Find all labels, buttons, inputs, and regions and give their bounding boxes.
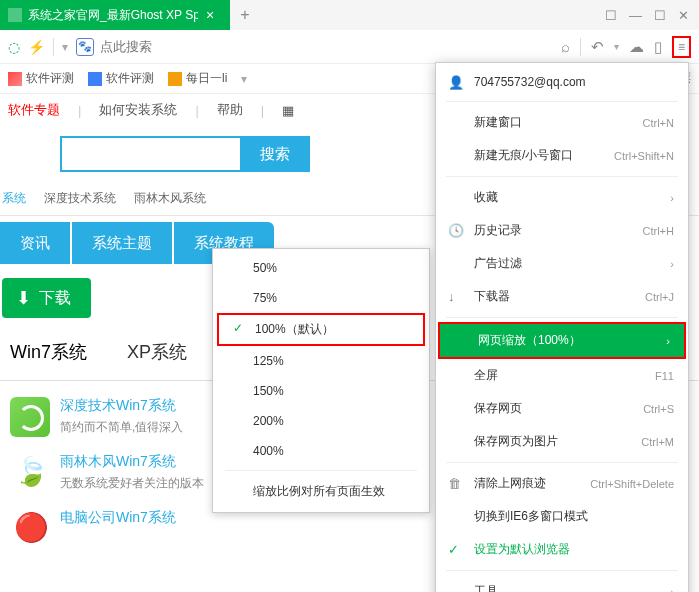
download-label: 下载 (39, 288, 71, 309)
zoom-option-400[interactable]: 400% (213, 436, 429, 466)
menu-label: 全屏 (474, 367, 498, 384)
nav-hot[interactable]: 软件专题 (8, 101, 60, 119)
zoom-option-75[interactable]: 75% (213, 283, 429, 313)
menu-label: 切换到IE6多窗口模式 (474, 508, 588, 525)
menu-label: 新建无痕/小号窗口 (474, 147, 573, 164)
site-search-button[interactable]: 搜索 (240, 136, 310, 172)
site-search-input[interactable] (60, 136, 240, 172)
bookmark-chevron-icon[interactable]: ▾ (241, 72, 247, 86)
search-icon[interactable]: ⌕ (561, 38, 570, 55)
menu-tools[interactable]: 工具› (436, 575, 688, 592)
download-button[interactable]: ⬇ 下载 (2, 278, 91, 318)
menu-shortcut: F11 (655, 370, 674, 382)
blue-tab[interactable]: 系统主题 (72, 222, 172, 264)
menu-shortcut: Ctrl+J (645, 291, 674, 303)
lightning-icon[interactable]: ⚡ (28, 39, 45, 55)
maximize-icon[interactable]: ☐ (654, 8, 666, 23)
qr-small-icon[interactable]: ▦ (282, 103, 294, 118)
tab-favicon (8, 8, 22, 22)
hamburger-icon: ≡ (678, 40, 685, 54)
menu-default-browser[interactable]: ✓设置为默认浏览器 (436, 533, 688, 566)
main-menu-button[interactable]: ≡ (672, 36, 691, 58)
nav-help[interactable]: 帮助 (217, 101, 243, 119)
system-desc: 无数系统爱好者关注的版本 (60, 475, 204, 492)
close-window-icon[interactable]: ✕ (678, 8, 689, 23)
system-title[interactable]: 深度技术Win7系统 (60, 397, 183, 415)
main-menu: 👤704755732@qq.com 新建窗口Ctrl+N 新建无痕/小号窗口Ct… (435, 62, 689, 592)
menu-label: 工具 (474, 583, 498, 592)
menu-favorites[interactable]: 收藏› (436, 181, 688, 214)
window-controls: ☐ — ☐ ✕ (595, 0, 699, 30)
menu-shortcut: Ctrl+S (643, 403, 674, 415)
nav-install[interactable]: 如何安装系统 (99, 101, 177, 119)
menu-new-incognito[interactable]: 新建无痕/小号窗口Ctrl+Shift+N (436, 139, 688, 172)
menu-ie6[interactable]: 切换到IE6多窗口模式 (436, 500, 688, 533)
zoom-option-125[interactable]: 125% (213, 346, 429, 376)
chevron-down-icon[interactable]: ▾ (62, 40, 68, 54)
download-icon: ↓ (448, 289, 455, 304)
zoom-option-200[interactable]: 200% (213, 406, 429, 436)
bookmark-label: 每日一li (186, 70, 227, 87)
menu-label: 保存网页 (474, 400, 522, 417)
bookmark-item[interactable]: 软件评测 (88, 70, 154, 87)
system-icon (10, 509, 50, 549)
undo-chevron-icon[interactable]: ▾ (614, 41, 619, 52)
menu-clear-trace[interactable]: 🗑清除上网痕迹Ctrl+Shift+Delete (436, 467, 688, 500)
tab-title: 系统之家官网_最新Ghost XP Sp (28, 7, 198, 24)
menu-label: 新建窗口 (474, 114, 522, 131)
bookmark-icon (8, 72, 22, 86)
menu-shortcut: Ctrl+H (643, 225, 674, 237)
zoom-footer: 缩放比例对所有页面生效 (213, 475, 429, 508)
category-item[interactable]: 深度技术系统 (44, 190, 116, 207)
menu-adblock[interactable]: 广告过滤› (436, 247, 688, 280)
menu-shortcut: Ctrl+N (643, 117, 674, 129)
zoom-option-50[interactable]: 50% (213, 253, 429, 283)
minimize-icon[interactable]: — (629, 8, 642, 23)
download-arrow-icon: ⬇ (16, 287, 31, 309)
category-item[interactable]: 系统 (2, 190, 26, 207)
new-tab-button[interactable]: + (230, 0, 260, 30)
blue-tab[interactable]: 资讯 (0, 222, 70, 264)
system-title[interactable]: 电脑公司Win7系统 (60, 509, 176, 527)
menu-save-page[interactable]: 保存网页Ctrl+S (436, 392, 688, 425)
browser-tab[interactable]: 系统之家官网_最新Ghost XP Sp × (0, 0, 230, 30)
menu-label: 设置为默认浏览器 (474, 541, 570, 558)
search-box[interactable]: 🐾 (76, 38, 553, 56)
zoom-option-100[interactable]: ✓100%（默认） (217, 313, 425, 346)
menu-label: 历史记录 (474, 222, 522, 239)
check-icon: ✓ (448, 542, 459, 557)
check-icon: ✓ (233, 321, 243, 335)
system-icon (10, 453, 50, 493)
menu-history[interactable]: 🕓历史记录Ctrl+H (436, 214, 688, 247)
bookmark-icon (168, 72, 182, 86)
menu-downloader[interactable]: ↓下载器Ctrl+J (436, 280, 688, 313)
bookmark-item[interactable]: 每日一li (168, 70, 227, 87)
menu-user[interactable]: 👤704755732@qq.com (436, 67, 688, 97)
os-tab-xp[interactable]: XP系统 (127, 340, 187, 372)
menu-label: 网页缩放（100%） (478, 332, 581, 349)
close-tab-icon[interactable]: × (206, 7, 214, 23)
search-input[interactable] (100, 39, 553, 54)
menu-label: 下载器 (474, 288, 510, 305)
menu-label: 保存网页为图片 (474, 433, 558, 450)
undo-icon[interactable]: ↶ (591, 38, 604, 56)
menu-zoom[interactable]: 网页缩放（100%）› (438, 322, 686, 359)
clock-icon: 🕓 (448, 223, 464, 238)
menu-save-image[interactable]: 保存网页为图片Ctrl+M (436, 425, 688, 458)
bookmark-item[interactable]: 软件评测 (8, 70, 74, 87)
chevron-right-icon: › (670, 586, 674, 593)
category-item[interactable]: 雨林木风系统 (134, 190, 206, 207)
zoom-label: 100%（默认） (255, 322, 334, 336)
refresh-spinner-icon[interactable]: ◌ (8, 39, 20, 55)
os-tab-win7[interactable]: Win7系统 (10, 340, 87, 372)
menu-new-window[interactable]: 新建窗口Ctrl+N (436, 106, 688, 139)
zoom-option-150[interactable]: 150% (213, 376, 429, 406)
feedback-icon[interactable]: ☐ (605, 8, 617, 23)
chevron-right-icon: › (666, 335, 670, 347)
mobile-icon[interactable]: ▯ (654, 38, 662, 56)
cloud-icon[interactable]: ☁ (629, 38, 644, 56)
menu-label: 广告过滤 (474, 255, 522, 272)
baidu-paw-icon[interactable]: 🐾 (76, 38, 94, 56)
system-title[interactable]: 雨林木风Win7系统 (60, 453, 204, 471)
menu-fullscreen[interactable]: 全屏F11 (436, 359, 688, 392)
